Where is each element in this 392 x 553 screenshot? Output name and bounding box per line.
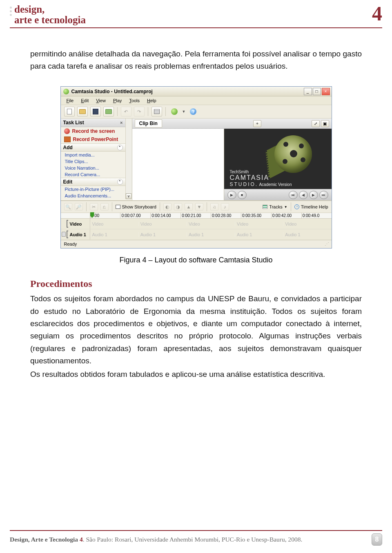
- toolbar-separator: [112, 202, 112, 211]
- add-section-header[interactable]: Add ˄: [61, 143, 125, 152]
- task-label: Record the screen: [72, 128, 115, 134]
- section-paragraph-2: Os resultados obtidos foram tabulados e …: [30, 368, 362, 381]
- add-label: Add: [63, 145, 73, 150]
- clip-bin-area[interactable]: [132, 129, 224, 200]
- resize-grip-icon[interactable]: ⋰: [325, 242, 328, 247]
- collapse-icon[interactable]: ˄: [117, 179, 123, 185]
- record-button[interactable]: [169, 107, 180, 116]
- menu-help[interactable]: Help: [144, 97, 160, 104]
- link-import-media[interactable]: Import media...: [61, 152, 125, 158]
- clip-placeholder: Video: [187, 222, 235, 226]
- show-storyboard-button[interactable]: Show Storyboard: [116, 204, 156, 209]
- preview-detach-button[interactable]: ▣: [321, 120, 329, 127]
- menubar: File Edit View Play Tools Help: [61, 96, 332, 105]
- stop-button[interactable]: ■: [238, 191, 247, 199]
- vol-up-button[interactable]: ▲: [185, 203, 193, 210]
- panel-close-icon[interactable]: ×: [120, 120, 122, 125]
- replace-audio-button[interactable]: ♫: [210, 203, 218, 210]
- vol-down-button[interactable]: ▼: [195, 203, 203, 210]
- chevron-down-icon: ▼: [284, 205, 287, 209]
- split-button[interactable]: ⎌: [100, 203, 109, 210]
- skip-start-button[interactable]: ⏮: [289, 191, 298, 199]
- folder-open-icon: [105, 109, 112, 114]
- playback-bar: ▶ ■ ⏮ ◀ ▶ ⏭: [224, 189, 332, 200]
- clip-placeholder: Video: [235, 222, 283, 226]
- maximize-button[interactable]: □: [313, 88, 321, 95]
- section-paragraph-1: Todos os sujeitos foram abordados no cam…: [30, 293, 362, 367]
- preview-expand-button[interactable]: ⤢: [312, 120, 320, 127]
- footer-rest: . São Paulo: Rosari, Universidade Anhemb…: [83, 536, 303, 543]
- tracks-label: Tracks: [269, 204, 283, 209]
- clip-placeholder: Audio 1: [187, 232, 235, 237]
- step-fwd-button[interactable]: ▶: [309, 191, 318, 199]
- track-video-label: Video: [70, 222, 82, 226]
- undo-button[interactable]: ↶: [121, 107, 131, 116]
- link-audio-enh[interactable]: Audio Enhancements...: [61, 193, 125, 199]
- brand-dots-icon: [10, 4, 12, 16]
- save-button[interactable]: [90, 107, 101, 116]
- fade-out-button[interactable]: ◑: [174, 203, 182, 210]
- page-number-top: 4: [372, 3, 382, 24]
- bracket-icon: [67, 220, 68, 228]
- help-icon: ?: [190, 108, 196, 115]
- window-titlebar[interactable]: Camtasia Studio - Untitled.camproj _ □ ×: [61, 87, 332, 96]
- help-button[interactable]: ?: [188, 107, 198, 116]
- collapse-icon[interactable]: ˄: [117, 145, 123, 150]
- step-back-button[interactable]: ◀: [299, 191, 308, 199]
- menu-edit[interactable]: Edit: [78, 97, 92, 104]
- fade-in-button[interactable]: ◐: [163, 203, 172, 210]
- edit-section-header[interactable]: Edit ˄: [61, 178, 125, 186]
- link-title-clips[interactable]: Title Clips...: [61, 158, 125, 165]
- clip-placeholder: Video: [90, 222, 138, 226]
- intro-paragraph: permitindo análise detalhada da navegaçã…: [30, 48, 362, 73]
- produce-button[interactable]: [151, 107, 162, 116]
- record-icon: [64, 128, 70, 134]
- track-audio[interactable]: Audio 1 Audio 1 Audio 1 Audio 1 Audio 1 …: [61, 229, 332, 240]
- redo-button[interactable]: ↷: [134, 107, 145, 116]
- track-audio-label: Audio 1: [70, 232, 86, 237]
- tracks-dropdown[interactable]: Tracks ▼: [263, 204, 287, 209]
- menu-view[interactable]: View: [93, 97, 109, 104]
- open-button[interactable]: [77, 107, 88, 116]
- menu-play[interactable]: Play: [110, 97, 125, 104]
- tracks-icon: [263, 205, 267, 209]
- toolbar-separator: [291, 202, 291, 211]
- task-scrollbar[interactable]: v: [125, 119, 132, 199]
- track-video[interactable]: Video Video Video Video Video Video: [61, 219, 332, 229]
- link-pip[interactable]: Picture-in-Picture (PIP)...: [61, 186, 125, 193]
- footer-rule: [10, 530, 382, 531]
- task-record-screen[interactable]: Record the screen: [61, 127, 125, 135]
- brand-text: design, arte e tecnologia: [14, 4, 86, 26]
- scroll-down-icon[interactable]: v: [126, 193, 131, 199]
- open-folder-button[interactable]: [103, 107, 114, 116]
- brand-line2: STUDIO.: [230, 181, 258, 187]
- status-text: Ready: [64, 242, 77, 247]
- zoom-out-button[interactable]: 🔎: [75, 203, 83, 210]
- main-toolbar: ↶ ↷ ▼ ?: [61, 105, 332, 119]
- task-list-title: Task List: [63, 120, 84, 125]
- zoom-in-button[interactable]: 🔍: [64, 203, 72, 210]
- page-icon: [67, 109, 72, 114]
- menu-tools[interactable]: Tools: [126, 97, 143, 104]
- minimize-button[interactable]: _: [304, 88, 312, 95]
- footer-bold: Design, Arte e Tecnologia: [10, 536, 80, 543]
- menu-file[interactable]: File: [63, 97, 77, 104]
- new-button[interactable]: [64, 107, 75, 116]
- toolbar-separator: [165, 107, 166, 116]
- task-record-ppt[interactable]: Record PowerPoint: [61, 135, 125, 143]
- lock-icon[interactable]: [62, 232, 66, 237]
- preview-panel: TechSmith CAMTASIA STUDIO. Academic Vers…: [224, 129, 332, 200]
- clip-add-button[interactable]: ＋: [253, 120, 261, 127]
- dropdown-caret-icon[interactable]: ▼: [182, 110, 186, 114]
- timeline-help-button[interactable]: Timeline Help: [294, 204, 328, 209]
- link-voice-narration[interactable]: Voice Narration...: [61, 165, 125, 171]
- timeline-ruler[interactable]: 0.00 0:00:07.00 0:00:14.00 0:00:21.00 0:…: [61, 213, 332, 219]
- link-record-camera[interactable]: Record Camera...: [61, 171, 125, 178]
- clip-placeholder: Audio 1: [138, 232, 187, 237]
- close-button[interactable]: ×: [322, 88, 330, 95]
- audio-opts-button[interactable]: ♪: [221, 203, 229, 210]
- cut-button[interactable]: ✂: [90, 203, 98, 210]
- skip-end-button[interactable]: ⏭: [319, 191, 328, 199]
- right-column: Clip Bin ＋ ⤢ ▣: [132, 119, 332, 200]
- play-button[interactable]: ▶: [227, 191, 236, 199]
